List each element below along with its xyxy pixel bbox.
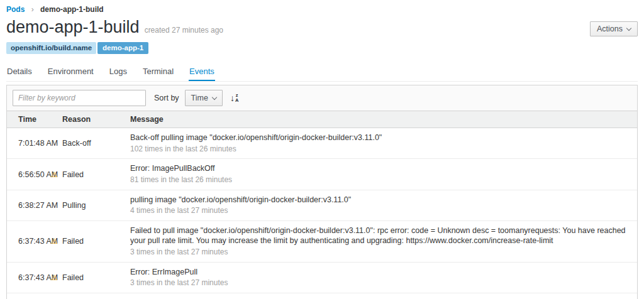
- warning-icon: ⚠: [51, 237, 58, 245]
- sort-by-label: Sort by: [154, 94, 179, 102]
- sort-field-value: Time: [191, 94, 208, 102]
- column-header-time: Time: [18, 115, 62, 124]
- event-reason-label: Failed: [62, 170, 84, 179]
- event-message-count: 4 times in the last 27 minutes: [130, 206, 628, 216]
- event-message: Pod sandbox changed, it will be killed a…: [130, 296, 637, 299]
- warning-icon: ⚠: [51, 171, 58, 178]
- event-row: 6:37:06 AM ⚠ Sandbox Changed Pod sandbox…: [7, 293, 637, 299]
- event-message-text: Error: ImagePullBackOff: [130, 163, 628, 174]
- event-reason-label: Back-off: [62, 139, 91, 148]
- labels: openshift.io/build.namedemo-app-1: [6, 42, 638, 55]
- events-panel: Sort by Time ↓ z A Time Reason Message: [6, 85, 638, 299]
- event-message-count: 3 times in the last 27 minutes: [130, 278, 628, 288]
- sort-alpha-descending-icon: ↓ z A: [230, 93, 238, 104]
- event-row: 6:38:27 AM ⚠ Pulling pulling image "dock…: [7, 190, 637, 221]
- chevron-down-icon: [626, 25, 631, 30]
- events-table-header: Time Reason Message: [7, 111, 637, 128]
- events-table-body: 7:01:48 AM ⚠ Back-off Back-off pulling i…: [7, 128, 637, 299]
- event-time: 7:01:48 AM: [18, 139, 62, 148]
- label-key-badge: openshift.io/build.name: [6, 42, 96, 55]
- event-message-text: Error: ErrImagePull: [130, 267, 628, 278]
- actions-button[interactable]: Actions: [590, 21, 638, 36]
- label-value-badge: demo-app-1: [97, 42, 148, 55]
- tab-environment[interactable]: Environment: [47, 63, 94, 81]
- event-message-count: 102 times in the last 26 minutes: [130, 144, 628, 155]
- breadcrumb: Pods › demo-app-1-build: [6, 5, 638, 14]
- tab-logs[interactable]: Logs: [109, 63, 128, 81]
- event-message: Failed to pull image "docker.io/openshif…: [130, 224, 637, 259]
- event-message: pulling image "docker.io/openshift/origi…: [130, 193, 637, 218]
- tab-details[interactable]: Details: [6, 63, 33, 81]
- event-row: 6:37:43 AM ⚠ Failed Error: ErrImagePull …: [7, 263, 637, 293]
- breadcrumb-current: demo-app-1-build: [40, 5, 104, 14]
- events-toolbar: Sort by Time ↓ z A: [7, 85, 637, 111]
- event-message-text: Back-off pulling image "docker.io/opensh…: [130, 133, 628, 143]
- tab-bar: DetailsEnvironmentLogsTerminalEvents: [6, 63, 638, 82]
- warning-icon: ⚠: [51, 274, 58, 281]
- page-title: demo-app-1-build: [6, 18, 140, 37]
- event-message-count: 81 times in the last 26 minutes: [130, 175, 628, 185]
- event-reason: ⚠ Failed: [62, 170, 130, 179]
- sort-field-dropdown[interactable]: Time: [185, 90, 223, 106]
- event-message-text: Failed to pull image "docker.io/openshif…: [130, 226, 628, 246]
- event-message: Back-off pulling image "docker.io/opensh…: [130, 131, 637, 156]
- event-row: 7:01:48 AM ⚠ Back-off Back-off pulling i…: [7, 128, 637, 159]
- tab-events[interactable]: Events: [189, 63, 215, 81]
- tab-terminal[interactable]: Terminal: [142, 63, 174, 81]
- filter-input[interactable]: [13, 90, 146, 106]
- created-timestamp: created 27 minutes ago: [145, 26, 223, 35]
- event-message-text: pulling image "docker.io/openshift/origi…: [130, 195, 628, 205]
- event-message: Error: ImagePullBackOff 81 times in the …: [130, 161, 637, 187]
- event-row: 6:56:50 AM ⚠ Failed Error: ImagePullBack…: [7, 159, 637, 190]
- column-header-message: Message: [130, 115, 637, 124]
- event-reason-label: Failed: [62, 237, 84, 246]
- chevron-down-icon: [212, 94, 217, 99]
- event-time: 6:38:27 AM: [18, 201, 62, 210]
- event-reason-label: Pulling: [62, 201, 86, 210]
- pod-details-page: Pods › demo-app-1-build demo-app-1-build…: [0, 0, 644, 299]
- title-row: demo-app-1-build created 27 minutes ago …: [6, 18, 638, 37]
- event-reason: ⚠ Failed: [62, 273, 130, 282]
- sort-direction-button[interactable]: ↓ z A: [230, 93, 238, 104]
- event-message: Error: ErrImagePull 3 times in the last …: [130, 265, 637, 290]
- event-message-count: 3 times in the last 27 minutes: [130, 247, 628, 258]
- actions-button-label: Actions: [597, 24, 623, 33]
- event-reason: ⚠ Failed: [62, 237, 130, 246]
- column-header-reason: Reason: [62, 115, 130, 124]
- breadcrumb-link-pods[interactable]: Pods: [6, 5, 25, 14]
- event-row: 6:37:43 AM ⚠ Failed Failed to pull image…: [7, 221, 637, 263]
- breadcrumb-separator-icon: ›: [31, 5, 34, 14]
- title-group: demo-app-1-build created 27 minutes ago: [6, 18, 223, 37]
- event-reason-label: Failed: [62, 273, 84, 282]
- event-reason: ⚠ Pulling: [62, 201, 130, 210]
- event-reason: ⚠ Back-off: [62, 139, 130, 148]
